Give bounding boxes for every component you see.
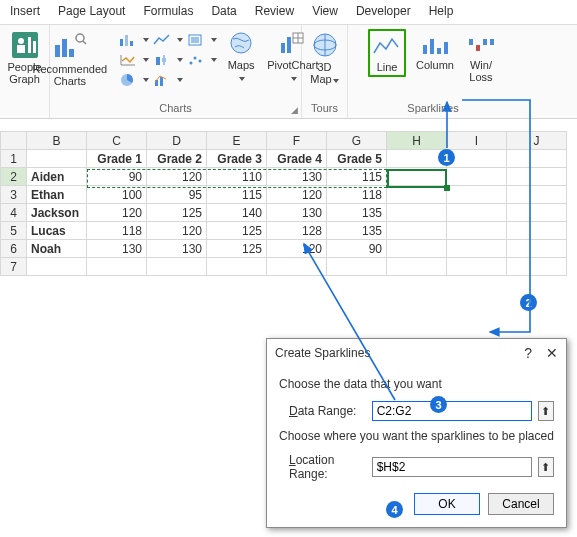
sparkline-column-button[interactable]: Column	[414, 29, 456, 73]
tab-page-layout[interactable]: Page Layout	[58, 4, 125, 18]
cell[interactable]: 115	[327, 168, 387, 186]
cell[interactable]: 130	[87, 240, 147, 258]
3d-map-button[interactable]: 3D Map	[308, 29, 340, 87]
chevron-down-icon[interactable]	[143, 38, 149, 42]
cell[interactable]: 125	[207, 222, 267, 240]
row-header[interactable]: 7	[1, 258, 27, 276]
hierarchy-chart-icon[interactable]	[117, 51, 139, 69]
cell[interactable]: 118	[327, 186, 387, 204]
bar-chart-icon[interactable]	[117, 31, 139, 49]
ok-button[interactable]: OK	[414, 493, 480, 515]
chevron-down-icon[interactable]	[177, 58, 183, 62]
cancel-button[interactable]: Cancel	[488, 493, 554, 515]
col-header[interactable]: I	[447, 132, 507, 150]
row-header[interactable]: 2	[1, 168, 27, 186]
col-header[interactable]: F	[267, 132, 327, 150]
cell[interactable]: Grade 2	[147, 150, 207, 168]
cell[interactable]: 140	[207, 204, 267, 222]
col-header[interactable]: J	[507, 132, 567, 150]
cell[interactable]: 90	[327, 240, 387, 258]
cell[interactable]: 130	[267, 204, 327, 222]
close-icon[interactable]: ✕	[546, 345, 558, 361]
row-header[interactable]: 5	[1, 222, 27, 240]
cell[interactable]: 130	[267, 168, 327, 186]
col-header[interactable]: G	[327, 132, 387, 150]
tab-help[interactable]: Help	[429, 4, 454, 18]
data-range-input[interactable]	[372, 401, 532, 421]
cell[interactable]: Aiden	[27, 168, 87, 186]
cell[interactable]: 130	[147, 240, 207, 258]
maps-button[interactable]: Maps	[225, 29, 257, 85]
col-header[interactable]: H	[387, 132, 447, 150]
cell[interactable]: Lucas	[27, 222, 87, 240]
col-header[interactable]: D	[147, 132, 207, 150]
cell[interactable]: 125	[207, 240, 267, 258]
row-header[interactable]: 4	[1, 204, 27, 222]
recommended-charts-button[interactable]: Recommended Charts	[31, 29, 110, 89]
row-header[interactable]: 6	[1, 240, 27, 258]
row-header[interactable]: 3	[1, 186, 27, 204]
cell[interactable]: Grade 4	[267, 150, 327, 168]
scatter-chart-icon[interactable]	[185, 51, 207, 69]
cell[interactable]: 120	[267, 186, 327, 204]
location-range-input[interactable]	[372, 457, 532, 477]
cell[interactable]: Noah	[27, 240, 87, 258]
chevron-down-icon[interactable]	[211, 58, 217, 62]
cell[interactable]: 120	[87, 204, 147, 222]
svg-rect-36	[444, 42, 448, 54]
corner-cell[interactable]	[1, 132, 27, 150]
col-header[interactable]: C	[87, 132, 147, 150]
cell[interactable]: Ethan	[27, 186, 87, 204]
range-picker-icon[interactable]: ⬆	[538, 457, 554, 477]
cell[interactable]: 115	[207, 186, 267, 204]
chevron-down-icon[interactable]	[291, 77, 297, 81]
tab-review[interactable]: Review	[255, 4, 294, 18]
chevron-down-icon[interactable]	[143, 58, 149, 62]
svg-line-9	[83, 41, 86, 44]
chevron-down-icon[interactable]	[239, 77, 245, 81]
area-chart-icon[interactable]	[185, 31, 207, 49]
cell[interactable]: 90	[87, 168, 147, 186]
svg-point-8	[76, 34, 84, 42]
cell[interactable]: Grade 5	[327, 150, 387, 168]
chevron-down-icon[interactable]	[177, 38, 183, 42]
tab-view[interactable]: View	[312, 4, 338, 18]
chevron-down-icon[interactable]	[211, 38, 217, 42]
cell[interactable]: 120	[147, 168, 207, 186]
worksheet[interactable]: B C D E F G H I J 1 Grade 1 Grade 2 Grad…	[0, 131, 577, 276]
cell[interactable]: 95	[147, 186, 207, 204]
row-header[interactable]: 1	[1, 150, 27, 168]
cell[interactable]: 125	[147, 204, 207, 222]
svg-point-20	[199, 60, 202, 63]
help-icon[interactable]: ?	[524, 345, 532, 361]
chevron-down-icon[interactable]	[177, 78, 183, 82]
cell[interactable]: 135	[327, 222, 387, 240]
cell[interactable]: Grade 3	[207, 150, 267, 168]
cell[interactable]: 135	[327, 204, 387, 222]
range-picker-icon[interactable]: ⬆	[538, 401, 554, 421]
cell[interactable]: Jackson	[27, 204, 87, 222]
tab-data[interactable]: Data	[211, 4, 236, 18]
tab-developer[interactable]: Developer	[356, 4, 411, 18]
chevron-down-icon[interactable]	[143, 78, 149, 82]
cell[interactable]: 128	[267, 222, 327, 240]
cell[interactable]: 118	[87, 222, 147, 240]
stats-chart-icon[interactable]	[151, 51, 173, 69]
pie-chart-icon[interactable]	[117, 71, 139, 89]
dialog-launcher-icon[interactable]: ◢	[291, 105, 298, 115]
chevron-down-icon[interactable]	[333, 79, 339, 83]
sparkline-winloss-button[interactable]: Win/ Loss	[464, 29, 498, 85]
fill-handle[interactable]	[444, 185, 450, 191]
combo-chart-icon[interactable]	[151, 71, 173, 89]
col-header[interactable]: E	[207, 132, 267, 150]
tab-insert[interactable]: Insert	[10, 4, 40, 18]
cell[interactable]: Grade 1	[87, 150, 147, 168]
sparkline-line-button[interactable]: Line	[368, 29, 406, 77]
cell[interactable]: 120	[267, 240, 327, 258]
line-chart-icon[interactable]	[151, 31, 173, 49]
cell[interactable]: 120	[147, 222, 207, 240]
tab-formulas[interactable]: Formulas	[143, 4, 193, 18]
cell[interactable]: 110	[207, 168, 267, 186]
cell[interactable]: 100	[87, 186, 147, 204]
col-header[interactable]: B	[27, 132, 87, 150]
